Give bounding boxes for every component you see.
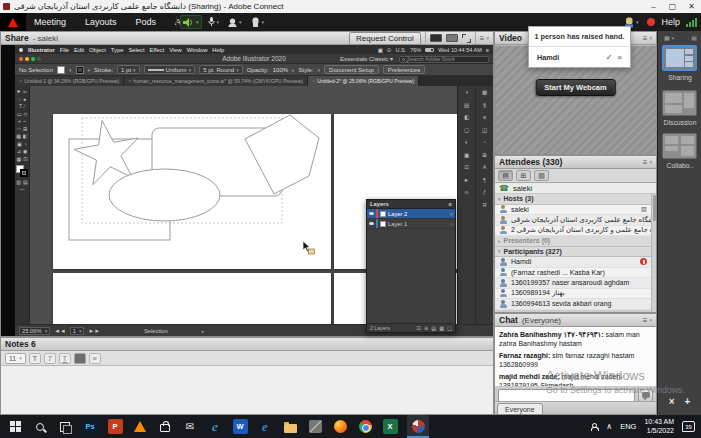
first-artboard-icon[interactable]: ◄◄ [54, 328, 65, 334]
ai-menu-effect[interactable]: Effect [150, 47, 165, 53]
doc-tab-1[interactable]: ×Untitled-1 @ 34.26% (RGB/GPU Preview) [15, 76, 124, 86]
layout-discussion-thumbnail[interactable] [662, 90, 697, 116]
participants-group-header[interactable]: ▾ Participants (327) [495, 247, 651, 258]
doc-tab-2[interactable]: ×human_resource_management_icons.ai* @ 5… [124, 76, 308, 86]
mac-status-icon-2[interactable]: ⊙ [387, 47, 392, 53]
new-layer-icon[interactable]: ▦ [439, 325, 444, 331]
approve-icon[interactable]: ✓ [606, 53, 613, 62]
menu-pods[interactable]: Pods [136, 17, 157, 27]
speaker-dropdown-icon[interactable]: ▾ [196, 19, 199, 25]
minimize-icon[interactable]: – [644, 0, 663, 13]
video-pod-menu[interactable]: ≡▾ [643, 34, 652, 43]
scrollbar-thumb[interactable] [653, 195, 657, 221]
layers-panel-header[interactable]: Layers ≡ [367, 200, 455, 209]
taskbar-vlc[interactable] [132, 419, 148, 435]
ai-menu-window[interactable]: Window [187, 47, 208, 53]
text-color-button[interactable] [74, 353, 86, 364]
rail-add-icon[interactable]: + [685, 396, 691, 407]
attendee-row[interactable]: دانشگاه جامع علمی و کاربردی استان آذربای… [495, 226, 651, 237]
attendee-row[interactable]: 1360199357 naser ansaroudi aghdam [495, 278, 651, 289]
help-menu[interactable]: Help [661, 17, 680, 27]
preferences-button[interactable]: Preferences [383, 65, 425, 74]
mac-clock[interactable]: Wed 10:44:54 AM [438, 47, 482, 53]
ai-menu-select[interactable]: Select [128, 47, 144, 53]
ai-toolbar[interactable]: ►▻ ○● T∕ ▭◇ +~ ◠⊞ ▩◧ ▣◔ ⊿◉ ▦⊡ ▥▤ — [15, 86, 30, 324]
layers-menu-icon[interactable]: ≡ [449, 201, 452, 207]
taskbar-photoshop[interactable]: Ps [82, 419, 98, 435]
layout-collaboration-thumbnail[interactable] [662, 133, 697, 159]
webcam-dropdown-icon[interactable]: ▾ [239, 19, 242, 25]
ai-menu-illustrator[interactable]: Illustrator [28, 47, 55, 53]
fill-stroke-indicator[interactable] [16, 165, 28, 177]
mac-status-icon-1[interactable]: ▣ [378, 47, 383, 53]
attendee-row[interactable]: 1360989194 بهناز [495, 289, 651, 300]
taskbar-word[interactable]: W [232, 419, 248, 435]
document-setup-button[interactable]: Document Setup [324, 65, 379, 74]
chat-tab-everyone[interactable]: Everyone [497, 403, 543, 414]
hidden-icons-chevron[interactable]: ∧ [606, 422, 612, 431]
rail-close-icon[interactable]: × [669, 396, 675, 407]
mac-menu-icon[interactable]: ≡ [486, 47, 489, 53]
chat-pod-menu[interactable]: ≡▾ [643, 316, 652, 325]
notes-content[interactable] [1, 366, 493, 414]
rail-options[interactable]: ▦ ▾ ▤ [658, 31, 701, 41]
font-size-select[interactable]: 11▾ [5, 353, 26, 364]
rail-options-icon[interactable]: ▦ [664, 34, 670, 41]
connection-signal-icon[interactable] [686, 17, 697, 27]
maximize-icon[interactable]: ▢ [663, 0, 682, 13]
ai-panel-dock[interactable]: ◑▤ ◧▢ ◐▣ ⊡► ∞ ▦§ ≡◫ ◔⊞ A¶ ƒЯ [457, 86, 493, 324]
breakout-view-icon[interactable]: ⊞ [516, 170, 531, 181]
attendees-scrollbar[interactable] [651, 194, 656, 312]
opacity-value[interactable]: 100% [273, 67, 288, 73]
pod-menu-icon[interactable]: ≡ [480, 34, 485, 43]
layout-sharing-thumbnail[interactable] [662, 45, 697, 71]
visibility-eye-icon[interactable] [369, 212, 374, 216]
share-pod-menu[interactable]: ≡ ▾ [480, 34, 489, 43]
delete-layer-icon[interactable]: ▢ [447, 325, 452, 331]
taskbar-powerpoint[interactable]: P [107, 419, 123, 435]
request-control-button[interactable]: Request Control [349, 32, 421, 45]
stroke-swatch[interactable] [76, 66, 84, 74]
layer-name[interactable]: Layer 1 [388, 221, 407, 227]
taskbar-edge[interactable]: e [257, 419, 273, 435]
artboard-1[interactable] [53, 114, 331, 269]
notification-center-icon[interactable]: 39 [682, 421, 695, 432]
attendee-row[interactable]: (Farnaz rashedi ... Kasba Kar) [495, 268, 651, 279]
layer-name[interactable]: Layer 2 [388, 211, 407, 217]
raise-hand-button[interactable]: ▾ [248, 15, 268, 29]
artboard-nav-select[interactable]: 1▾ [70, 327, 85, 335]
attendee-row[interactable]: Hamdi [495, 257, 651, 268]
doc-tab-3-active[interactable]: ×Untitled-2* @ 25.06% (RGB/GPU Preview) [308, 76, 419, 86]
target-circle-icon[interactable]: ○ [450, 211, 453, 217]
target-circle-icon[interactable]: ○ [450, 221, 453, 227]
send-message-button[interactable] [638, 389, 653, 402]
microphone-dropdown-icon[interactable]: ▾ [217, 19, 220, 25]
presenters-group-header[interactable]: ▸ Presenters (0) [495, 236, 651, 247]
taskbar-internet-explorer[interactable]: e [207, 419, 223, 435]
taskbar-clock[interactable]: 10:43 AM 1/5/2022 [644, 418, 674, 434]
ai-menu-view[interactable]: View [169, 47, 181, 53]
attendee-row[interactable]: saleki ▥ [495, 205, 651, 216]
status-view-icon[interactable]: ▧ [534, 170, 549, 181]
speaker-button[interactable]: ▾ [180, 15, 202, 29]
webcam-button-menubar[interactable]: ▾ [225, 15, 245, 29]
italic-button[interactable]: T [44, 353, 56, 364]
layout-collaboration-label[interactable]: Collabo.. [658, 162, 701, 169]
workspace-switcher[interactable]: Essentials Classic ▾ [340, 55, 393, 62]
close-icon[interactable]: ✕ [682, 0, 701, 13]
fill-swatch[interactable] [57, 66, 65, 74]
taskbar-excel[interactable]: X [382, 419, 398, 435]
mac-lang[interactable]: U.S. [395, 47, 406, 53]
start-button[interactable] [7, 419, 23, 435]
collect-icon[interactable]: ⊡ [417, 325, 421, 331]
stock-search-input[interactable]: Search Adobe Stock [399, 56, 489, 63]
task-view-button[interactable] [57, 419, 73, 435]
ai-menu-help[interactable]: Help [212, 47, 224, 53]
chat-input[interactable] [498, 389, 635, 402]
stroke-width-stepper[interactable]: 1 pt▾ [117, 65, 140, 74]
taskbar-firefox[interactable] [332, 419, 348, 435]
taskbar-chrome[interactable] [357, 419, 373, 435]
attendee-row[interactable]: دانشگاه جامع علمی کاربردی استان آذربایجا… [495, 215, 651, 226]
taskbar-mail[interactable]: ✉ [182, 419, 198, 435]
raise-hand-dropdown-icon[interactable]: ▾ [262, 19, 265, 25]
